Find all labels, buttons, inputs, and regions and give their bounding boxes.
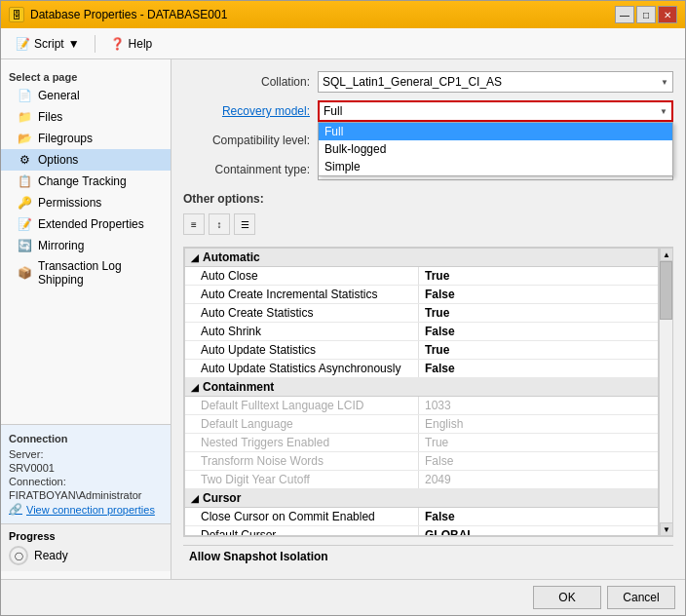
help-button[interactable]: ❓ Help bbox=[103, 34, 160, 54]
script-icon: 📝 bbox=[16, 37, 30, 51]
sidebar-item-options[interactable]: ⚙ Options bbox=[1, 149, 171, 171]
sidebar-label-files: Files bbox=[38, 110, 62, 124]
progress-title: Progress bbox=[9, 530, 163, 542]
prop-auto-create-incremental-value: False bbox=[419, 286, 461, 303]
ok-button[interactable]: OK bbox=[533, 586, 601, 609]
containment-collapse-icon[interactable]: ◢ bbox=[191, 382, 199, 393]
collation-row: Collation: SQL_Latin1_General_CP1_CI_AS … bbox=[183, 71, 673, 93]
prop-default-language-name: Default Language bbox=[185, 415, 419, 433]
recovery-label[interactable]: Recovery model: bbox=[183, 104, 310, 118]
prop-auto-shrink-name: Auto Shrink bbox=[185, 323, 419, 340]
close-button[interactable]: ✕ bbox=[658, 6, 677, 23]
prop-nested-triggers: Nested Triggers Enabled True bbox=[185, 434, 658, 452]
prop-auto-create-stats: Auto Create Statistics True bbox=[185, 304, 658, 323]
sort-order-button[interactable]: ↕ bbox=[209, 213, 230, 235]
sidebar-item-change-tracking[interactable]: 📋 Change Tracking bbox=[1, 171, 171, 192]
recovery-option-full[interactable]: Full bbox=[319, 123, 672, 140]
recovery-dropdown[interactable]: Full ▼ bbox=[318, 100, 673, 122]
sort-alpha-button[interactable]: ≡ bbox=[183, 213, 205, 235]
prop-default-language-value: English bbox=[419, 415, 469, 433]
window-icon: 🗄 bbox=[9, 7, 24, 22]
view-button[interactable]: ☰ bbox=[234, 213, 255, 235]
toolbar-separator bbox=[95, 35, 95, 53]
prop-transform-noise-value: False bbox=[419, 452, 459, 470]
sidebar-label-transaction-log: Transaction Log Shipping bbox=[38, 259, 163, 287]
group-automatic-header: ◢ Automatic bbox=[185, 249, 658, 267]
general-icon: 📄 bbox=[17, 88, 32, 103]
progress-section: Progress ◯ Ready bbox=[1, 523, 171, 571]
sidebar-item-filegroups[interactable]: 📂 Filegroups bbox=[1, 128, 171, 149]
recovery-option-bulk-logged[interactable]: Bulk-logged bbox=[319, 140, 672, 158]
automatic-collapse-icon[interactable]: ◢ bbox=[191, 252, 199, 263]
sidebar-item-permissions[interactable]: 🔑 Permissions bbox=[1, 192, 171, 213]
scrollbar-track bbox=[660, 261, 672, 522]
cancel-button[interactable]: Cancel bbox=[607, 586, 675, 609]
prop-auto-update-stats-value: True bbox=[419, 341, 455, 359]
recovery-value: Full bbox=[324, 104, 342, 118]
progress-status: Ready bbox=[34, 549, 68, 562]
prop-auto-update-async-name: Auto Update Statistics Asynchronously bbox=[185, 360, 419, 377]
recovery-dropdown-container: Full ▼ Full Bulk-logged Simple bbox=[318, 100, 673, 122]
script-label: Script bbox=[34, 37, 64, 51]
files-icon: 📁 bbox=[17, 109, 32, 125]
options-toolbar: ≡ ↕ ☰ bbox=[183, 213, 673, 235]
recovery-option-simple[interactable]: Simple bbox=[319, 158, 672, 175]
sidebar-label-options: Options bbox=[38, 153, 78, 167]
status-bar: OK Cancel bbox=[1, 579, 685, 615]
permissions-icon: 🔑 bbox=[17, 195, 32, 211]
main-content: Select a page 📄 General 📁 Files 📂 Filegr… bbox=[1, 59, 685, 579]
script-button[interactable]: 📝 Script ▼ bbox=[9, 34, 87, 54]
compatibility-label: Compatibility level: bbox=[183, 134, 310, 147]
scrollbar-thumb[interactable] bbox=[660, 261, 672, 320]
prop-auto-create-incremental: Auto Create Incremental Statistics False bbox=[185, 286, 658, 304]
sidebar-item-files[interactable]: 📁 Files bbox=[1, 106, 171, 128]
content-area: Collation: SQL_Latin1_General_CP1_CI_AS … bbox=[172, 59, 685, 579]
help-label: Help bbox=[129, 37, 153, 51]
view-connection-properties-link[interactable]: 🔗 View connection properties bbox=[9, 503, 163, 516]
sidebar-item-general[interactable]: 📄 General bbox=[1, 85, 171, 106]
collation-dropdown-arrow: ▼ bbox=[661, 78, 668, 87]
prop-auto-shrink-value: False bbox=[419, 323, 461, 340]
main-window: 🗄 Database Properties - DATABASE001 — □ … bbox=[0, 0, 686, 616]
window-title: Database Properties - DATABASE001 bbox=[30, 8, 227, 21]
sidebar-item-extended-properties[interactable]: 📝 Extended Properties bbox=[1, 213, 171, 235]
scrollbar: ▲ ▼ bbox=[659, 248, 672, 536]
link-icon: 🔗 bbox=[9, 503, 22, 516]
prop-auto-update-async: Auto Update Statistics Asynchronously Fa… bbox=[185, 360, 658, 378]
server-value: SRV0001 bbox=[9, 462, 163, 474]
prop-auto-close-value: True bbox=[419, 267, 455, 285]
prop-auto-update-async-value: False bbox=[419, 360, 461, 377]
allow-snapshot-label: Allow Snapshot Isolation bbox=[183, 545, 673, 567]
maximize-button[interactable]: □ bbox=[636, 6, 656, 23]
sidebar-item-transaction-log[interactable]: 📦 Transaction Log Shipping bbox=[1, 256, 171, 289]
cursor-collapse-icon[interactable]: ◢ bbox=[191, 493, 199, 504]
prop-default-cursor: Default Cursor GLOBAL bbox=[185, 526, 658, 536]
sidebar-item-mirroring[interactable]: 🔄 Mirroring bbox=[1, 235, 171, 256]
sidebar-label-mirroring: Mirroring bbox=[38, 239, 84, 252]
scrollbar-down-button[interactable]: ▼ bbox=[660, 522, 673, 536]
recovery-dropdown-list: Full Bulk-logged Simple bbox=[318, 122, 673, 176]
prop-fulltext-lcid: Default Fulltext Language LCID 1033 bbox=[185, 397, 658, 415]
collation-label: Collation: bbox=[183, 75, 310, 89]
group-cursor-header: ◢ Cursor bbox=[185, 489, 658, 508]
extended-properties-icon: 📝 bbox=[17, 216, 32, 232]
sidebar-section-title: Select a page bbox=[1, 67, 171, 85]
prop-default-language: Default Language English bbox=[185, 415, 658, 434]
options-icon: ⚙ bbox=[17, 152, 32, 168]
connection-link-label: View connection properties bbox=[26, 504, 155, 516]
prop-two-digit-year: Two Digit Year Cutoff 2049 bbox=[185, 471, 658, 489]
collation-dropdown[interactable]: SQL_Latin1_General_CP1_CI_AS ▼ bbox=[318, 71, 673, 93]
prop-nested-triggers-name: Nested Triggers Enabled bbox=[185, 434, 419, 451]
prop-auto-create-stats-value: True bbox=[419, 304, 455, 322]
sidebar: Select a page 📄 General 📁 Files 📂 Filegr… bbox=[1, 59, 172, 579]
prop-auto-update-stats-name: Auto Update Statistics bbox=[185, 341, 419, 359]
minimize-button[interactable]: — bbox=[615, 6, 634, 23]
filegroups-icon: 📂 bbox=[17, 131, 32, 146]
prop-auto-update-stats: Auto Update Statistics True bbox=[185, 341, 658, 360]
prop-close-cursor-value: False bbox=[419, 508, 461, 525]
collation-dropdown-wrapper: SQL_Latin1_General_CP1_CI_AS ▼ bbox=[318, 71, 673, 93]
scrollbar-up-button[interactable]: ▲ bbox=[660, 248, 673, 261]
prop-close-cursor: Close Cursor on Commit Enabled False bbox=[185, 508, 658, 526]
sidebar-label-filegroups: Filegroups bbox=[38, 132, 93, 145]
prop-transform-noise: Transform Noise Words False bbox=[185, 452, 658, 471]
